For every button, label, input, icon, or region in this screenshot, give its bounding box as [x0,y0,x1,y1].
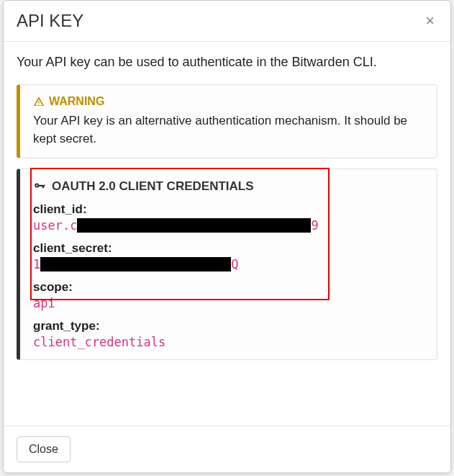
api-key-description: Your API key can be used to authenticate… [17,53,437,71]
modal-footer: Close [4,426,450,472]
warning-icon [33,96,45,107]
modal-title: API KEY [17,11,83,31]
close-icon: × [425,12,435,30]
client-secret-prefix: 1 [33,257,40,271]
scope-value: api [33,296,424,310]
client-secret-value: 1 Q [33,257,424,271]
client-secret-redacted [40,257,231,271]
grant-type-value: client_credentials [33,335,424,349]
api-key-modal: API KEY × Your API key can be used to au… [3,0,451,473]
client-id-suffix: 9 [311,218,318,233]
modal-body: Your API key can be used to authenticate… [4,42,450,426]
client-id-field: client_id: user.c 9 [33,202,424,233]
credentials-title: OAUTH 2.0 CLIENT CREDENTIALS [52,179,254,194]
credentials-box: OAUTH 2.0 CLIENT CREDENTIALS client_id: … [17,169,437,360]
warning-title-row: WARNING [33,95,424,108]
grant-type-field: grant_type: client_credentials [33,319,424,349]
client-secret-suffix: Q [231,257,238,271]
credentials-title-row: OAUTH 2.0 CLIENT CREDENTIALS [33,179,424,194]
scope-field: scope: api [33,280,424,310]
client-id-redacted [77,218,311,233]
client-id-label: client_id: [33,202,424,217]
scope-label: scope: [33,280,424,295]
client-id-prefix: user.c [33,218,77,233]
client-secret-label: client_secret: [33,241,424,256]
key-icon [33,180,46,193]
warning-callout: WARNING Your API key is an alternative a… [17,84,437,158]
modal-header: API KEY × [4,1,450,42]
client-secret-field: client_secret: 1 Q [33,241,424,271]
grant-type-label: grant_type: [33,319,424,333]
warning-text: Your API key is an alternative authentic… [33,112,424,148]
client-id-value: user.c 9 [33,218,424,233]
close-button[interactable]: Close [17,436,71,462]
close-icon-button[interactable]: × [422,13,437,29]
warning-title: WARNING [49,95,104,108]
